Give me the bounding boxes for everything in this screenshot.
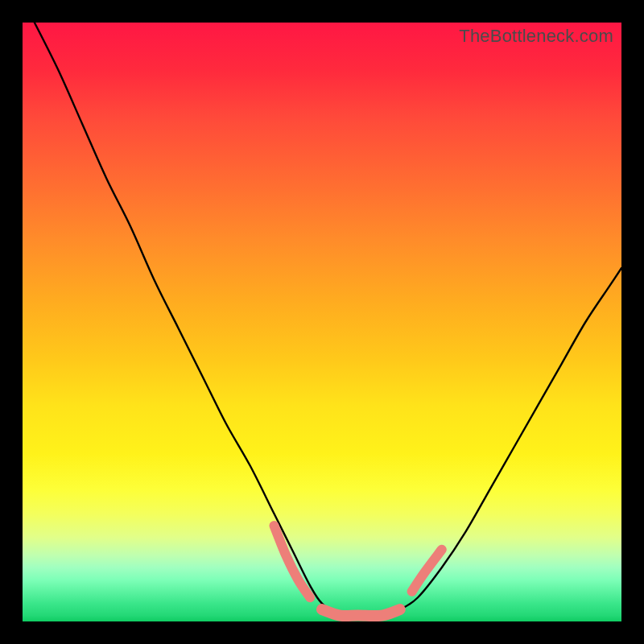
highlight-right-lip	[412, 550, 442, 592]
highlight-valley	[322, 609, 400, 616]
bottleneck-curve	[35, 23, 621, 617]
chart-plot-area: TheBottleneck.com	[23, 23, 621, 621]
chart-frame: TheBottleneck.com	[0, 0, 644, 644]
chart-svg	[23, 23, 621, 621]
highlight-left-lip	[274, 526, 310, 597]
